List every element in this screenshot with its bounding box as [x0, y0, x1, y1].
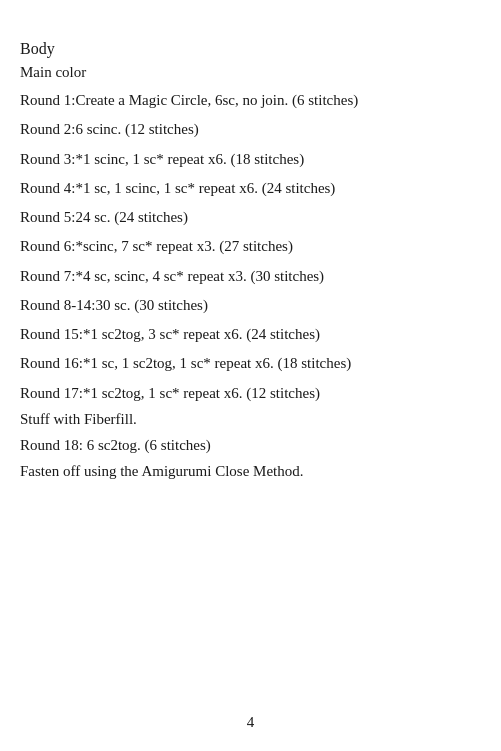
round-5: Round 5:24 sc. (24 stitches) [20, 206, 481, 229]
round-6-text: *scinc, 7 sc* repeat x3. (27 stitches) [75, 238, 292, 254]
round-6: Round 6:*scinc, 7 sc* repeat x3. (27 sti… [20, 235, 481, 258]
round-4: Round 4:*1 sc, 1 scinc, 1 sc* repeat x6.… [20, 177, 481, 200]
round-8-14-label: Round 8-14: [20, 297, 95, 313]
round-7: Round 7:*4 sc, scinc, 4 sc* repeat x3. (… [20, 265, 481, 288]
round-8-14-text: 30 sc. (30 stitches) [95, 297, 207, 313]
section-title: Body [20, 40, 481, 58]
round-6-label: Round 6: [20, 238, 75, 254]
round-16-label: Round 16: [20, 355, 83, 371]
round-1: Round 1:Create a Magic Circle, 6sc, no j… [20, 89, 481, 112]
round-4-text: *1 sc, 1 scinc, 1 sc* repeat x6. (24 sti… [75, 180, 335, 196]
round-15-label: Round 15: [20, 326, 83, 342]
round-15: Round 15:*1 sc2tog, 3 sc* repeat x6. (24… [20, 323, 481, 346]
page: Body Main color Round 1:Create a Magic C… [0, 0, 501, 751]
round-4-label: Round 4: [20, 180, 75, 196]
round-3-label: Round 3: [20, 151, 75, 167]
round-2-text: 6 scinc. (12 stitches) [75, 121, 198, 137]
page-number: 4 [247, 714, 255, 731]
round-7-label: Round 7: [20, 268, 75, 284]
round-17-text: *1 sc2tog, 1 sc* repeat x6. (12 stitches… [83, 385, 320, 401]
round-1-label: Round 1: [20, 92, 75, 108]
round-3-text: *1 scinc, 1 sc* repeat x6. (18 stitches) [75, 151, 304, 167]
round-17: Round 17:*1 sc2tog, 1 sc* repeat x6. (12… [20, 382, 481, 405]
round-8-14: Round 8-14:30 sc. (30 stitches) [20, 294, 481, 317]
fasten-line: Fasten off using the Amigurumi Close Met… [20, 463, 481, 480]
round-5-label: Round 5: [20, 209, 75, 225]
stuff-line: Stuff with Fiberfill. [20, 411, 481, 428]
round-16: Round 16:*1 sc, 1 sc2tog, 1 sc* repeat x… [20, 352, 481, 375]
round-16-text: *1 sc, 1 sc2tog, 1 sc* repeat x6. (18 st… [83, 355, 351, 371]
round-18-label: Round 18: [20, 437, 83, 453]
round-3: Round 3:*1 scinc, 1 sc* repeat x6. (18 s… [20, 148, 481, 171]
sub-title: Main color [20, 64, 481, 81]
round-18: Round 18: 6 sc2tog. (6 stitches) [20, 434, 481, 457]
round-1-text: Create a Magic Circle, 6sc, no join. (6 … [75, 92, 358, 108]
round-18-text: 6 sc2tog. (6 stitches) [83, 437, 211, 453]
round-7-text: *4 sc, scinc, 4 sc* repeat x3. (30 stitc… [75, 268, 324, 284]
round-15-text: *1 sc2tog, 3 sc* repeat x6. (24 stitches… [83, 326, 320, 342]
round-5-text: 24 sc. (24 stitches) [75, 209, 187, 225]
round-2: Round 2:6 scinc. (12 stitches) [20, 118, 481, 141]
round-2-label: Round 2: [20, 121, 75, 137]
round-17-label: Round 17: [20, 385, 83, 401]
